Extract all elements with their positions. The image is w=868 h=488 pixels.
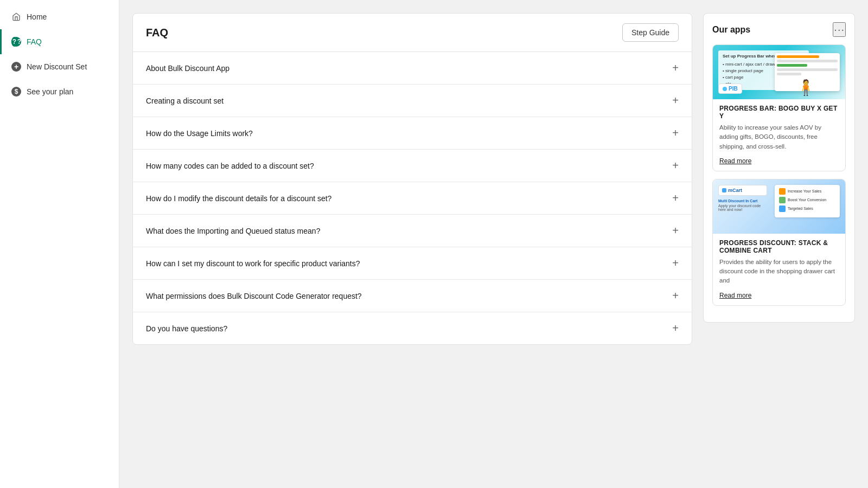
- app-card-multi-discount-title: PROGRESS DISCOUNT: STACK & COMBINE CART: [719, 239, 839, 254]
- apps-panel-title: Our apps: [712, 25, 750, 35]
- mcart-logo-text: mCart: [728, 188, 742, 193]
- faq-item-questions[interactable]: Do you have questions? +: [133, 312, 692, 344]
- pib-badge: PIB: [718, 84, 742, 94]
- app-card-progress-bar-body: PROGRESS BAR: BOGO BUY X GET Y Ability t…: [713, 99, 845, 171]
- sidebar-item-new-discount-label: New Discount Set: [27, 62, 87, 71]
- app-card-multi-discount-read-more[interactable]: Read more: [719, 292, 751, 299]
- mcart-row-label-1: Increase Your Sales: [788, 189, 835, 193]
- faq-panel: FAQ Step Guide About Bulk Discount App +…: [132, 13, 692, 345]
- plus-circle-icon: +: [11, 62, 21, 72]
- home-icon: [11, 12, 21, 22]
- pib-text: PIB: [729, 86, 738, 92]
- faq-item-variants[interactable]: How can I set my discount to work for sp…: [133, 247, 692, 280]
- app-card-progress-bar-read-more[interactable]: Read more: [719, 157, 751, 165]
- apps-panel: Our apps ··· Set up Progress Bar whereve…: [703, 13, 855, 323]
- faq-expand-icon-permissions: +: [672, 290, 679, 302]
- app-card-progress-bar-image: Set up Progress Bar wherever you want • …: [713, 45, 845, 99]
- faq-expand-icon-importing: +: [672, 224, 679, 237]
- faq-item-importing-text: What does the Importing and Queued statu…: [146, 227, 320, 235]
- main-content: FAQ Step Guide About Bulk Discount App +…: [119, 0, 868, 488]
- faq-item-importing[interactable]: What does the Importing and Queued statu…: [133, 215, 692, 247]
- mcart-row-icon-2: [779, 197, 786, 203]
- app-card-multi-discount-desc: Provides the ability for users to apply …: [719, 258, 839, 286]
- faq-item-codes[interactable]: How many codes can be added to a discoun…: [133, 150, 692, 182]
- sidebar-item-plan-label: See your plan: [27, 87, 73, 96]
- person-icon: 🧍: [796, 79, 815, 97]
- mcart-row-label-3: Targeted Sales: [788, 207, 835, 210]
- app-card-progress-bar-desc: Ability to increase your sales AOV by ad…: [719, 123, 839, 151]
- faq-item-about[interactable]: About Bulk Discount App +: [133, 52, 692, 85]
- faq-item-about-text: About Bulk Discount App: [146, 64, 229, 73]
- faq-expand-icon-questions: +: [672, 322, 679, 335]
- mcart-desc-small: Apply your discount code here and now!: [718, 204, 767, 211]
- faq-expand-icon-usage: +: [672, 127, 679, 139]
- sidebar-item-faq-label: FAQ: [27, 37, 42, 46]
- mcart-row-3: Targeted Sales: [779, 206, 835, 212]
- sidebar-item-faq[interactable]: ? FAQ: [0, 29, 119, 54]
- app-card-progress-bar-title: PROGRESS BAR: BOGO BUY X GET Y: [719, 105, 839, 120]
- app-card-multi-discount-body: PROGRESS DISCOUNT: STACK & COMBINE CART …: [713, 234, 845, 305]
- apps-menu-button[interactable]: ···: [833, 22, 846, 37]
- mcart-row-label-2: Boost Your Conversion: [788, 198, 835, 202]
- mcart-logo: mCart: [718, 185, 767, 196]
- sidebar-item-new-discount-set[interactable]: + New Discount Set: [0, 54, 119, 79]
- faq-item-questions-text: Do you have questions?: [146, 324, 227, 333]
- mcart-rows: Increase Your Sales Boost Your Conversio…: [775, 185, 840, 217]
- app-card-multi-discount-image: mCart Multi Discount In Cart Apply your …: [713, 179, 845, 234]
- mcart-row-icon-3: [779, 206, 786, 212]
- sidebar-item-home[interactable]: Home: [0, 4, 119, 29]
- faq-item-creating[interactable]: Creating a discount set +: [133, 85, 692, 117]
- sidebar-item-home-label: Home: [27, 12, 47, 21]
- faq-title: FAQ: [146, 27, 168, 39]
- faq-expand-icon-creating: +: [672, 94, 679, 107]
- dollar-icon: $: [11, 87, 21, 97]
- faq-item-permissions[interactable]: What permissions does Bulk Discount Code…: [133, 280, 692, 312]
- mcart-logo-dot: [722, 188, 726, 192]
- mcart-subtitle: Multi Discount In Cart: [718, 199, 762, 203]
- faq-expand-icon-modify: +: [672, 192, 679, 204]
- ellipsis-icon: ···: [834, 23, 845, 35]
- faq-item-usage-text: How do the Usage Limits work?: [146, 129, 253, 138]
- faq-item-codes-text: How many codes can be added to a discoun…: [146, 162, 314, 170]
- faq-icon: ?: [11, 37, 21, 47]
- faq-expand-icon-about: +: [672, 62, 679, 74]
- faq-expand-icon-codes: +: [672, 159, 679, 172]
- sidebar-item-see-your-plan[interactable]: $ See your plan: [0, 79, 119, 104]
- sidebar: Home ? FAQ + New Discount Set $ See your…: [0, 0, 119, 488]
- faq-item-modify[interactable]: How do I modify the discount details for…: [133, 182, 692, 215]
- apps-header: Our apps ···: [712, 22, 846, 37]
- faq-item-modify-text: How do I modify the discount details for…: [146, 194, 331, 203]
- faq-item-variants-text: How can I set my discount to work for sp…: [146, 259, 360, 268]
- mcart-row-1: Increase Your Sales: [779, 188, 835, 195]
- pib-dot: [723, 87, 727, 91]
- step-guide-button[interactable]: Step Guide: [622, 23, 679, 42]
- mcart-row-icon-1: [779, 188, 786, 195]
- faq-item-usage-limits[interactable]: How do the Usage Limits work? +: [133, 117, 692, 150]
- faq-item-creating-text: Creating a discount set: [146, 97, 224, 105]
- mcart-row-2: Boost Your Conversion: [779, 197, 835, 203]
- faq-header: FAQ Step Guide: [133, 14, 692, 52]
- app-card-progress-bar: Set up Progress Bar wherever you want • …: [712, 44, 846, 171]
- app-card-multi-discount: mCart Multi Discount In Cart Apply your …: [712, 179, 846, 306]
- faq-item-permissions-text: What permissions does Bulk Discount Code…: [146, 292, 362, 300]
- faq-expand-icon-variants: +: [672, 257, 679, 269]
